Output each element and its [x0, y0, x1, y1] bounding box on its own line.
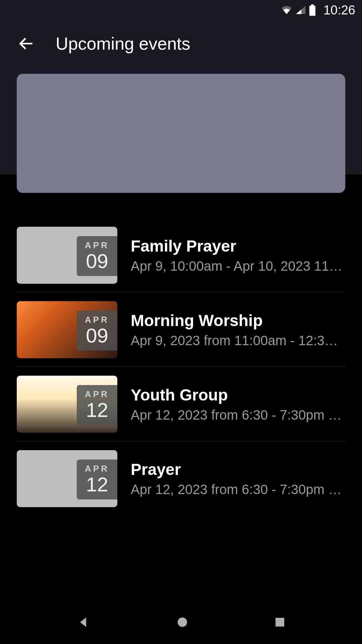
event-subtitle: Apr 9, 10:00am - Apr 10, 2023 11…: [131, 259, 345, 274]
event-title: Morning Worship: [131, 311, 345, 330]
status-time: 10:26: [323, 3, 355, 17]
wifi-icon: [281, 5, 293, 15]
date-badge: APR 12: [77, 385, 117, 425]
page-title: Upcoming events: [56, 34, 190, 54]
date-badge: APR 09: [77, 236, 117, 276]
event-title: Youth Group: [131, 386, 345, 404]
event-subtitle: Apr 9, 2023 from 11:00am - 12:3…: [131, 333, 345, 348]
date-month: APR: [85, 315, 109, 325]
date-badge: APR 09: [77, 311, 117, 351]
event-title: Prayer: [131, 460, 345, 479]
event-thumbnail: APR 12: [17, 450, 117, 507]
signal-icon: [295, 5, 306, 15]
event-thumbnail: APR 09: [17, 227, 117, 284]
date-day: 09: [85, 251, 109, 271]
svg-rect-1: [309, 6, 315, 16]
date-day: 12: [85, 475, 109, 495]
status-bar: 10:26: [0, 0, 362, 20]
event-item[interactable]: APR 09 Morning Worship Apr 9, 2023 from …: [0, 292, 362, 367]
back-button[interactable]: [17, 34, 36, 53]
nav-back-button[interactable]: [77, 615, 90, 629]
banner-image[interactable]: [17, 74, 345, 193]
svg-rect-0: [311, 4, 314, 6]
app-header: Upcoming events: [0, 20, 362, 64]
event-subtitle: Apr 12, 2023 from 6:30 - 7:30pm …: [131, 482, 345, 497]
event-info: Youth Group Apr 12, 2023 from 6:30 - 7:3…: [131, 386, 345, 423]
date-day: 09: [85, 326, 109, 346]
nav-home-button[interactable]: [176, 616, 188, 628]
event-thumbnail: APR 12: [17, 376, 117, 433]
event-item[interactable]: APR 09 Family Prayer Apr 9, 10:00am - Ap…: [0, 218, 362, 292]
event-info: Prayer Apr 12, 2023 from 6:30 - 7:30pm …: [131, 460, 345, 497]
events-list: APR 09 Family Prayer Apr 9, 10:00am - Ap…: [0, 174, 362, 516]
date-month: APR: [85, 240, 109, 251]
event-item[interactable]: APR 12 Prayer Apr 12, 2023 from 6:30 - 7…: [0, 441, 362, 516]
battery-icon: [309, 4, 316, 16]
date-month: APR: [85, 389, 109, 399]
event-info: Family Prayer Apr 9, 10:00am - Apr 10, 2…: [131, 237, 345, 274]
event-subtitle: Apr 12, 2023 from 6:30 - 7:30pm …: [131, 408, 345, 423]
event-item[interactable]: APR 12 Youth Group Apr 12, 2023 from 6:3…: [0, 367, 362, 441]
date-badge: APR 12: [77, 460, 117, 499]
status-icons: [281, 4, 316, 16]
banner-section: [0, 64, 362, 174]
system-nav-bar: [0, 600, 362, 644]
event-info: Morning Worship Apr 9, 2023 from 11:00am…: [131, 311, 345, 348]
svg-rect-3: [276, 618, 284, 627]
date-day: 12: [85, 400, 109, 420]
event-thumbnail: APR 09: [17, 301, 117, 358]
date-month: APR: [85, 464, 109, 474]
svg-point-2: [178, 618, 187, 627]
event-title: Family Prayer: [131, 237, 345, 255]
nav-recents-button[interactable]: [275, 617, 285, 628]
